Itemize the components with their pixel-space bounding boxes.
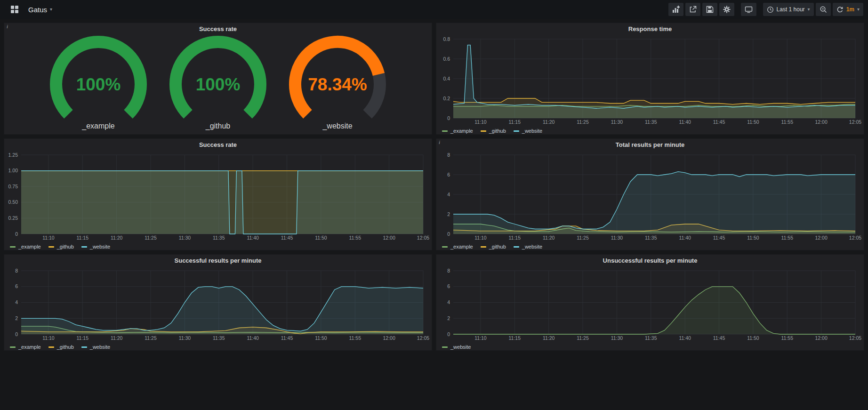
svg-text:11:50: 11:50 bbox=[747, 235, 759, 241]
panel-title[interactable]: Successful results per minute bbox=[4, 255, 432, 267]
svg-text:4: 4 bbox=[15, 299, 18, 305]
share-button[interactable] bbox=[685, 3, 700, 16]
svg-text:11:50: 11:50 bbox=[747, 119, 759, 125]
panel-title[interactable]: Success rate bbox=[4, 23, 432, 35]
chart-legend: _example_github_website bbox=[4, 243, 432, 250]
legend-item-github[interactable]: _github bbox=[48, 244, 74, 249]
legend-color-key bbox=[48, 346, 54, 348]
svg-text:12:00: 12:00 bbox=[815, 119, 827, 125]
svg-text:0.50: 0.50 bbox=[8, 199, 18, 205]
caret-down-icon: ▾ bbox=[857, 7, 860, 12]
svg-text:11:15: 11:15 bbox=[77, 335, 89, 341]
svg-text:11:50: 11:50 bbox=[315, 335, 327, 341]
legend-item-github[interactable]: _github bbox=[48, 344, 74, 350]
gauge-canvas: 100% bbox=[39, 35, 158, 122]
legend-color-key bbox=[514, 130, 519, 132]
legend-color-key bbox=[81, 246, 87, 248]
svg-text:11:20: 11:20 bbox=[111, 335, 123, 341]
legend-color-key bbox=[442, 130, 448, 132]
legend-item-example[interactable]: _example bbox=[10, 344, 41, 350]
svg-text:11:20: 11:20 bbox=[543, 335, 555, 341]
add-panel-button[interactable] bbox=[668, 3, 683, 16]
series-_website bbox=[453, 45, 855, 118]
legend-item-website[interactable]: _website bbox=[81, 344, 110, 350]
panel-info-icon[interactable]: i bbox=[7, 24, 8, 29]
svg-text:12:00: 12:00 bbox=[815, 235, 827, 241]
clock-icon bbox=[767, 6, 774, 13]
legend-color-key bbox=[514, 246, 519, 248]
legend-item-website[interactable]: _website bbox=[81, 244, 110, 249]
gauge-value: 78.34% bbox=[308, 75, 367, 94]
dashboard-grid-button[interactable] bbox=[7, 3, 23, 16]
chart-legend: _example_github_website bbox=[436, 243, 864, 250]
legend-item-github[interactable]: _github bbox=[481, 128, 506, 134]
gauge-value: 100% bbox=[196, 75, 241, 94]
legend-item-website[interactable]: _website bbox=[442, 344, 471, 350]
navbar-right: Last 1 hour ▾ 1m ▾ bbox=[667, 3, 863, 16]
tv-mode-button[interactable] bbox=[741, 3, 756, 16]
svg-text:11:45: 11:45 bbox=[281, 335, 293, 341]
svg-text:6: 6 bbox=[447, 283, 450, 289]
chart-canvas[interactable]: 11:1011:1511:2011:2511:3011:3511:4011:45… bbox=[4, 151, 432, 241]
svg-text:11:15: 11:15 bbox=[509, 119, 521, 125]
gauge-canvas: 78.34% bbox=[278, 35, 397, 122]
series-_website bbox=[21, 171, 423, 234]
chart-canvas[interactable]: 11:1011:1511:2011:2511:3011:3511:4011:45… bbox=[4, 267, 432, 342]
gauge-github: 100%_github bbox=[158, 35, 278, 130]
svg-text:4: 4 bbox=[447, 299, 450, 305]
panel-info-icon[interactable]: i bbox=[439, 139, 440, 145]
legend-series-name: _website bbox=[90, 244, 110, 249]
svg-text:11:15: 11:15 bbox=[509, 335, 521, 341]
svg-text:11:45: 11:45 bbox=[713, 335, 725, 341]
svg-text:11:55: 11:55 bbox=[781, 119, 794, 125]
gauge-value: 100% bbox=[76, 75, 121, 94]
refresh-button[interactable]: 1m ▾ bbox=[833, 3, 863, 16]
chart-canvas[interactable]: 11:1011:1511:2011:2511:3011:3511:4011:45… bbox=[436, 35, 864, 126]
legend-item-example[interactable]: _example bbox=[442, 244, 473, 249]
svg-text:11:40: 11:40 bbox=[247, 235, 259, 241]
legend-color-key bbox=[48, 246, 54, 248]
chart-grid: 11:1011:1511:2011:2511:3011:3511:4011:45… bbox=[447, 268, 861, 341]
svg-text:11:30: 11:30 bbox=[611, 335, 623, 341]
legend-item-website[interactable]: _website bbox=[514, 128, 542, 134]
chart-area[interactable]: 11:1011:1511:2011:2511:3011:3511:4011:45… bbox=[436, 151, 864, 243]
panel-response-time: Response time 11:1011:1511:2011:2511:301… bbox=[436, 23, 864, 135]
legend-item-example[interactable]: _example bbox=[442, 128, 473, 134]
legend-series-name: _example bbox=[18, 344, 41, 350]
legend-series-name: _website bbox=[522, 244, 542, 249]
chart-area[interactable]: 11:1011:1511:2011:2511:3011:3511:4011:45… bbox=[436, 35, 864, 128]
svg-text:6: 6 bbox=[447, 172, 450, 177]
settings-button[interactable] bbox=[719, 3, 734, 16]
svg-text:8: 8 bbox=[447, 268, 450, 273]
zoom-out-button[interactable] bbox=[816, 3, 831, 16]
chart-canvas[interactable]: 11:1011:1511:2011:2511:3011:3511:4011:45… bbox=[436, 267, 864, 342]
dashboard-panel-grid: i Success rate 100%_example100%_github78… bbox=[0, 19, 868, 354]
panel-title[interactable]: Success rate bbox=[4, 139, 432, 151]
legend-item-example[interactable]: _example bbox=[10, 244, 41, 249]
legend-series-name: _example bbox=[450, 128, 473, 134]
panel-title[interactable]: Response time bbox=[436, 23, 864, 35]
save-button[interactable] bbox=[702, 3, 717, 16]
svg-text:11:55: 11:55 bbox=[781, 235, 794, 241]
svg-text:11:30: 11:30 bbox=[179, 335, 191, 341]
panel-title[interactable]: Unsuccessful results per minute bbox=[436, 255, 864, 267]
panel-title[interactable]: Total results per minute bbox=[436, 139, 864, 151]
chart-canvas[interactable]: 11:1011:1511:2011:2511:3011:3511:4011:45… bbox=[436, 151, 864, 241]
chart-area[interactable]: 11:1011:1511:2011:2511:3011:3511:4011:45… bbox=[436, 267, 864, 344]
svg-text:11:30: 11:30 bbox=[179, 235, 191, 241]
legend-color-key bbox=[81, 346, 87, 348]
svg-text:12:05: 12:05 bbox=[849, 335, 861, 341]
legend-color-key bbox=[481, 130, 486, 132]
svg-text:11:45: 11:45 bbox=[713, 235, 725, 241]
dashboard-title-dropdown[interactable]: Gatus ▾ bbox=[24, 3, 56, 16]
chart-area[interactable]: 11:1011:1511:2011:2511:3011:3511:4011:45… bbox=[4, 151, 432, 243]
svg-text:11:10: 11:10 bbox=[474, 119, 487, 125]
chart-area[interactable]: 11:1011:1511:2011:2511:3011:3511:4011:45… bbox=[4, 267, 432, 344]
legend-item-github[interactable]: _github bbox=[481, 244, 506, 249]
svg-text:0.75: 0.75 bbox=[8, 184, 18, 189]
legend-item-website[interactable]: _website bbox=[514, 244, 542, 249]
gear-icon bbox=[723, 6, 731, 13]
time-range-picker[interactable]: Last 1 hour ▾ bbox=[763, 3, 814, 16]
legend-series-name: _github bbox=[57, 244, 74, 249]
svg-text:11:35: 11:35 bbox=[645, 235, 657, 241]
